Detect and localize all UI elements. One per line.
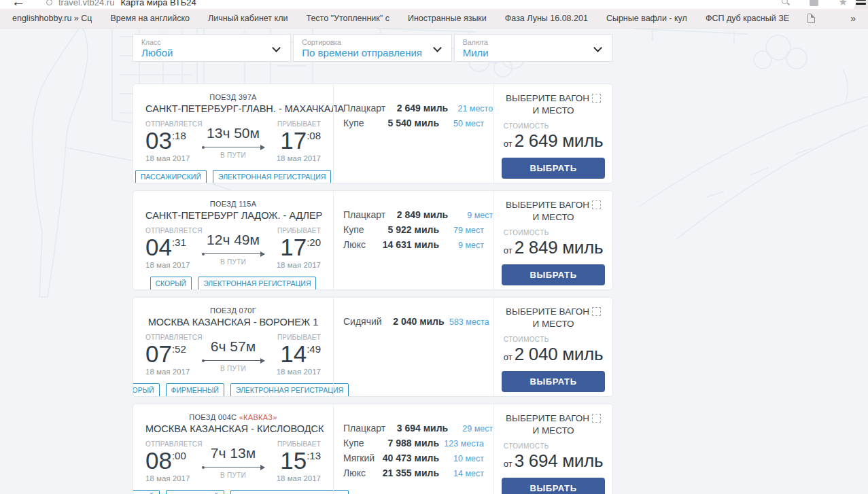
- select-button[interactable]: ВЫБРАТЬ: [502, 264, 605, 285]
- selection-column: ВЫБЕРИТЕ ВАГОН И МЕСТО СТОИМОСТЬ от2 849…: [493, 191, 612, 289]
- cost-label: СТОИМОСТЬ: [504, 442, 603, 450]
- seat-class-seats-link[interactable]: 21 место: [448, 104, 493, 113]
- select-button[interactable]: ВЫБРАТЬ: [502, 478, 605, 494]
- train-tag: ЭЛЕКТРОННАЯ РЕГИСТРАЦИЯ: [198, 277, 316, 290]
- trip-duration: 13ч 50м: [201, 125, 265, 141]
- train-name-accent: «КАВКАЗ»: [239, 413, 277, 421]
- depart-time: 08:00: [145, 448, 194, 472]
- bookmark-item[interactable]: ФСП дуб красный ЗЕ: [706, 14, 789, 23]
- arrive-time: 15:13: [272, 448, 321, 472]
- seat-class-seats-link[interactable]: 29 мест: [448, 424, 493, 434]
- train-tag: ЭЛЕКТРОННАЯ РЕГИСТРАЦИЯ: [213, 170, 331, 183]
- train-number: ПОЕЗД 070Г: [145, 306, 321, 315]
- seat-class-row: Люкс 14 631 миль 9 мест: [343, 239, 484, 250]
- seat-class-seats-link[interactable]: 14 мест: [439, 469, 484, 478]
- arrive-date: 18 мая 2017: [272, 474, 321, 482]
- back-icon[interactable]: ←: [12, 0, 25, 9]
- arrive-time: 17:20: [272, 235, 321, 259]
- select-button[interactable]: ВЫБРАТЬ: [502, 371, 605, 392]
- train-number: ПОЕЗД 397А: [145, 93, 321, 101]
- bookmark-item[interactable]: Фаза Луны 16.08.201: [505, 14, 588, 23]
- filters-row: Класс Любой Сортировка По времени отправ…: [133, 34, 612, 62]
- depart-date: 18 мая 2017: [145, 261, 194, 269]
- train-tags: СКОРЫЙ ФИРМЕННЫЙ ЭЛЕКТРОННАЯ РЕГИСТРАЦИЯ: [145, 383, 321, 397]
- seat-class-price: 14 631 миль: [377, 239, 439, 250]
- select-button[interactable]: ВЫБРАТЬ: [502, 158, 605, 179]
- train-number: ПОЕЗД 115А: [145, 200, 321, 208]
- train-tags: СКОРЫЙ ФИРМЕННЫЙ ЭЛЕКТРОННАЯ РЕГИСТРАЦИЯ: [145, 490, 321, 494]
- seat-class-name: Плацкарт: [343, 103, 385, 113]
- in-way-label: В ПУТИ: [201, 472, 265, 479]
- bookmark-item[interactable]: Иностранные языки: [408, 14, 487, 23]
- seat-class-row: Плацкарт 2 649 миль 21 место: [343, 103, 484, 113]
- filter-class-select[interactable]: Класс Любой: [133, 34, 291, 62]
- broken-image-icon: [592, 94, 601, 103]
- seat-class-name: Купе: [343, 224, 377, 235]
- choose-wagon-title-2: И МЕСТО: [501, 318, 606, 330]
- browser-address-row: ← travel.vtb24.ru Карта мира ВТБ24 ★: [0, 0, 868, 9]
- bookmarks-overflow-icon[interactable]: »: [850, 13, 856, 24]
- broken-image-icon: [592, 307, 601, 316]
- train-tag: СКОРЫЙ: [133, 383, 160, 397]
- bookmark-item[interactable]: englishhobby.ru » Сц: [12, 14, 92, 23]
- route-arrow-icon: [202, 147, 264, 147]
- bookmark-item[interactable]: Личный кабинет кли: [208, 14, 288, 23]
- bookmark-item[interactable]: Время на английско: [110, 14, 190, 23]
- route-arrow-icon: [202, 467, 264, 467]
- min-price: от2 649 миль: [504, 130, 603, 152]
- choose-wagon-title: ВЫБЕРИТЕ ВАГОН: [501, 92, 606, 105]
- address-bar[interactable]: travel.vtb24.ru Карта мира ВТБ24: [46, 0, 196, 7]
- train-route: МОСКВА КАЗАНСКАЯ - КИСЛОВОДСК: [145, 423, 321, 434]
- seat-class-seats-link[interactable]: 9 мест: [439, 241, 484, 250]
- choose-wagon-title-2: И МЕСТО: [501, 425, 606, 437]
- bookmark-item[interactable]: Тесто "Утопленник" с: [306, 14, 389, 23]
- seat-class-seats-link[interactable]: 50 мест: [439, 119, 484, 128]
- arrive-date: 18 мая 2017: [272, 261, 321, 269]
- depart-date: 18 мая 2017: [145, 368, 194, 376]
- seat-class-seats-link[interactable]: 10 мест: [439, 454, 484, 463]
- seat-classes-column: Плацкарт 2 849 миль 9 мест Купе 5 922 ми…: [333, 191, 493, 289]
- seat-class-price: 2 649 миль: [385, 103, 448, 113]
- search-icon[interactable]: [782, 0, 789, 5]
- chevron-down-icon: [593, 43, 602, 52]
- seat-class-name: Купе: [343, 438, 377, 448]
- train-tag: СКОРЫЙ: [133, 490, 160, 494]
- selection-column: ВЫБЕРИТЕ ВАГОН И МЕСТО СТОИМОСТЬ от2 040…: [493, 298, 612, 396]
- bookmark-star-icon[interactable]: ★: [839, 0, 848, 7]
- train-info-column: ПОЕЗД 115А САНКТ-ПЕТЕРБУРГ ЛАДОЖ. - АДЛЕ…: [133, 191, 333, 289]
- train-route: САНКТ-ПЕТЕРБУРГ ЛАДОЖ. - АДЛЕР: [145, 210, 321, 221]
- page-document-icon[interactable]: [808, 14, 815, 23]
- seat-class-seats-link[interactable]: 79 мест: [439, 226, 484, 235]
- route-arrow-icon: [202, 360, 264, 361]
- cost-label: СТОИМОСТЬ: [504, 336, 603, 343]
- extension-icon[interactable]: [810, 0, 818, 6]
- site-info-icon[interactable]: [46, 0, 52, 5]
- min-price: от2 849 миль: [504, 237, 603, 258]
- address-url: travel.vtb24.ru: [58, 0, 114, 7]
- bookmarks-bar: englishhobby.ru » Сц Время на английско …: [0, 9, 868, 29]
- seat-class-name: Мягкий: [343, 453, 377, 463]
- train-tags: СКОРЫЙ ЭЛЕКТРОННАЯ РЕГИСТРАЦИЯ: [145, 277, 321, 290]
- depart-time: 03:18: [145, 128, 194, 152]
- train-card: ПОЕЗД 397А САНКТ-ПЕТЕРБУРГ-ГЛАВН. - МАХА…: [133, 84, 613, 183]
- train-tag: ФИРМЕННЫЙ: [166, 490, 224, 494]
- seat-class-price: 7 988 миль: [377, 438, 439, 448]
- arrive-date: 18 мая 2017: [272, 368, 321, 376]
- train-number: ПОЕЗД 004С «КАВКАЗ»: [145, 413, 321, 421]
- filter-label: Класс: [141, 38, 267, 46]
- seat-class-row: Сидячий 2 040 миль 583 места: [343, 316, 484, 327]
- seat-class-seats-link[interactable]: 9 мест: [448, 211, 493, 220]
- train-route: САНКТ-ПЕТЕРБУРГ-ГЛАВН. - МАХАЧКАЛА: [145, 103, 321, 114]
- filter-currency-select[interactable]: Валюта Мили: [454, 34, 612, 62]
- seat-class-seats-link[interactable]: 123 места: [439, 439, 484, 448]
- seat-class-seats-link[interactable]: 583 места: [445, 317, 489, 327]
- seat-class-price: 21 355 миль: [377, 467, 439, 478]
- browser-menu-icon[interactable]: [856, 0, 866, 7]
- bookmark-item[interactable]: Сырные вафли - кул: [606, 14, 687, 23]
- filter-value: Любой: [141, 47, 267, 58]
- seat-class-price: 2 849 миль: [385, 209, 448, 220]
- seat-class-price: 40 473 миль: [377, 453, 439, 463]
- seat-classes-column: Плацкарт 3 694 миль 29 мест Купе 7 988 м…: [333, 404, 493, 494]
- route-arrow-icon: [202, 253, 264, 254]
- filter-sort-select[interactable]: Сортировка По времени отправления: [293, 34, 451, 62]
